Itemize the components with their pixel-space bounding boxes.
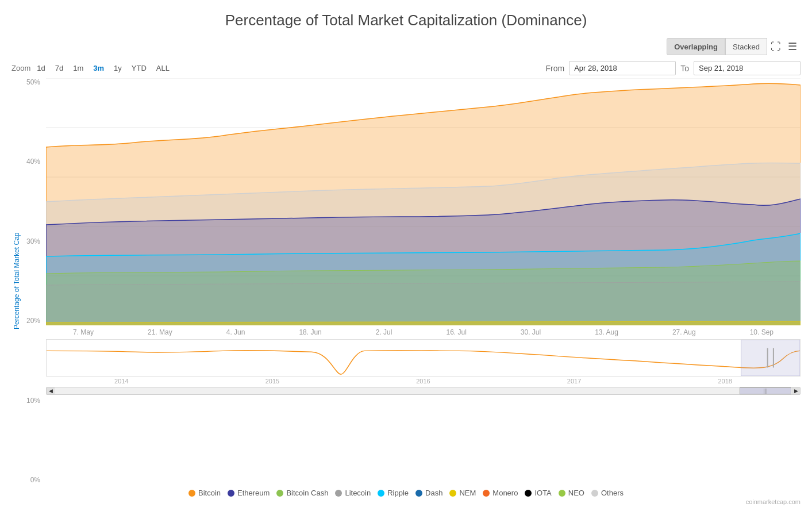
zoom-1d[interactable]: 1d — [33, 63, 48, 74]
main-chart-area: Percentage of Total Market Cap 50% 40% 3… — [11, 78, 801, 484]
to-date-input[interactable] — [694, 61, 801, 75]
mini-x-2015: 2015 — [265, 378, 279, 385]
scroll-right-button[interactable]: ▶ — [792, 387, 800, 394]
legend-ethereum: Ethereum — [228, 489, 270, 497]
zoom-controls: Zoom 1d 7d 1m 3m 1y YTD ALL — [11, 63, 173, 74]
bitcoin-dot — [188, 490, 195, 497]
toolbar: Overlapping Stacked ⛶ ☰ — [11, 38, 801, 55]
legend-litecoin: Litecoin — [335, 489, 371, 497]
dash-label: Dash — [425, 489, 442, 497]
legend-ripple: Ripple — [378, 489, 409, 497]
bitcoin-cash-label: Bitcoin Cash — [286, 489, 328, 497]
ripple-dot — [378, 490, 384, 497]
chart-container: Percentage of Total Market Capitalizatio… — [0, 0, 812, 511]
y-tick-30: 30% — [24, 237, 43, 245]
legend-monero: Monero — [483, 489, 518, 497]
y-axis-label: Percentage of Total Market Cap — [11, 78, 22, 484]
nem-dot — [449, 490, 456, 497]
scroll-left-button[interactable]: ◀ — [47, 387, 55, 394]
iota-dot — [525, 490, 532, 497]
to-label: To — [680, 64, 689, 73]
legend-iota: IOTA — [525, 489, 551, 497]
x-tick-2jul: 2. Jul — [376, 328, 392, 336]
ethereum-label: Ethereum — [237, 489, 270, 497]
iota-label: IOTA — [534, 489, 551, 497]
attribution: coinmarketcap.com — [11, 498, 801, 505]
menu-icon[interactable]: ☰ — [784, 38, 801, 55]
x-tick-10sep: 10. Sep — [750, 328, 773, 336]
bitcoin-cash-dot — [276, 490, 283, 497]
main-chart-svg — [46, 78, 801, 325]
scrollbar[interactable]: ◀ ▶ ||| — [46, 387, 801, 395]
ethereum-dot — [228, 490, 234, 497]
overlapping-button[interactable]: Overlapping — [667, 38, 725, 55]
svg-rect-6 — [741, 340, 800, 376]
mini-chart[interactable] — [46, 339, 801, 376]
y-tick-20: 20% — [24, 317, 43, 325]
litecoin-label: Litecoin — [345, 489, 371, 497]
view-buttons: Overlapping Stacked ⛶ ☰ — [667, 38, 801, 55]
mini-x-2014: 2014 — [114, 378, 128, 385]
x-tick-7may: 7. May — [73, 328, 94, 336]
mini-x-2017: 2017 — [567, 378, 581, 385]
others-label: Others — [601, 489, 624, 497]
bitcoin-label: Bitcoin — [198, 489, 221, 497]
date-range: From To — [546, 61, 801, 75]
stacked-button[interactable]: Stacked — [725, 38, 767, 55]
y-tick-10: 10% — [24, 397, 43, 405]
legend-nem: NEM — [449, 489, 476, 497]
neo-label: NEO — [568, 489, 584, 497]
from-label: From — [546, 64, 565, 73]
zoom-label: Zoom — [11, 64, 30, 72]
mini-x-2018: 2018 — [718, 378, 732, 385]
others-dot — [591, 490, 598, 497]
x-tick-27aug: 27. Aug — [672, 328, 696, 336]
legend-neo: NEO — [559, 489, 584, 497]
legend-bitcoin: Bitcoin — [188, 489, 221, 497]
y-tick-40: 40% — [24, 157, 43, 166]
zoom-7d[interactable]: 7d — [52, 63, 67, 74]
expand-icon[interactable]: ⛶ — [767, 38, 784, 55]
legend-bitcoin-cash: Bitcoin Cash — [276, 489, 328, 497]
x-tick-4jun: 4. Jun — [226, 328, 245, 336]
x-tick-16jul: 16. Jul — [446, 328, 466, 336]
monero-label: Monero — [492, 489, 518, 497]
zoom-bar: Zoom 1d 7d 1m 3m 1y YTD ALL From To — [11, 61, 801, 75]
mini-x-2016: 2016 — [416, 378, 430, 385]
legend-dash: Dash — [415, 489, 442, 497]
main-chart — [46, 78, 801, 325]
scroll-thumb[interactable]: ||| — [740, 387, 791, 394]
x-tick-13aug: 13. Aug — [595, 328, 618, 336]
zoom-1m[interactable]: 1m — [70, 63, 87, 74]
monero-dot — [483, 490, 490, 497]
x-tick-18jun: 18. Jun — [299, 328, 321, 336]
legend: Bitcoin Ethereum Bitcoin Cash Litecoin R… — [11, 489, 801, 497]
litecoin-dot — [335, 490, 342, 497]
chart-title: Percentage of Total Market Capitalizatio… — [11, 11, 801, 29]
x-tick-30jul: 30. Jul — [521, 328, 541, 336]
dash-dot — [415, 490, 422, 497]
mini-chart-svg — [47, 340, 800, 376]
mini-x-axis: 2014 2015 2016 2017 2018 — [46, 378, 801, 385]
x-axis: 7. May 21. May 4. Jun 18. Jun 2. Jul 16.… — [46, 328, 801, 336]
zoom-ytd[interactable]: YTD — [128, 63, 150, 74]
neo-dot — [559, 490, 565, 497]
legend-others: Others — [591, 489, 624, 497]
from-date-input[interactable] — [569, 61, 676, 75]
ripple-label: Ripple — [387, 489, 409, 497]
nem-label: NEM — [459, 489, 476, 497]
zoom-3m[interactable]: 3m — [90, 63, 107, 74]
y-tick-50: 50% — [24, 78, 43, 86]
x-tick-21may: 21. May — [148, 328, 172, 336]
y-tick-0: 0% — [24, 476, 43, 484]
zoom-all[interactable]: ALL — [153, 63, 173, 74]
zoom-1y[interactable]: 1y — [110, 63, 125, 74]
